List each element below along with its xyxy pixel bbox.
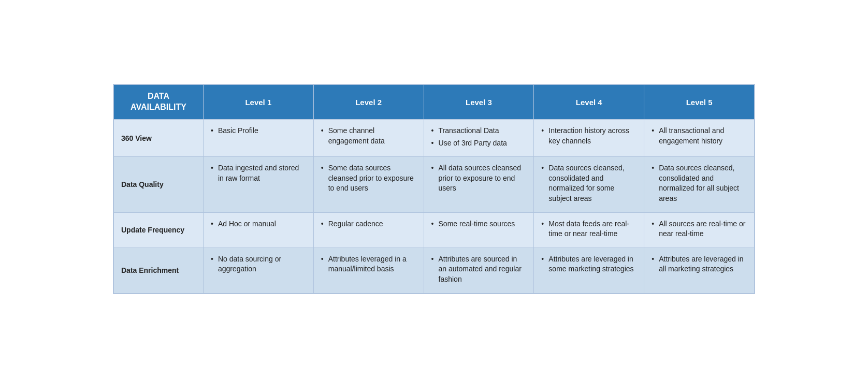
data-cell: All data sources cleansed prior to expos… bbox=[424, 157, 534, 212]
header-col-level4: Level 4 bbox=[534, 85, 644, 120]
data-cell: Data ingested and stored in raw format bbox=[203, 157, 313, 212]
category-cell: Data Quality bbox=[114, 157, 204, 212]
list-item: Some channel engagement data bbox=[321, 126, 416, 146]
list-item: Some data sources cleansed prior to expo… bbox=[321, 163, 416, 194]
header-row: DATAAVAILABILITY Level 1 Level 2 Level 3… bbox=[114, 85, 755, 120]
table-row: Data EnrichmentNo data sourcing or aggre… bbox=[114, 248, 755, 293]
data-cell: No data sourcing or aggregation bbox=[203, 248, 313, 293]
data-cell: Attributes are leveraged in some marketi… bbox=[534, 248, 644, 293]
header-col-level3: Level 3 bbox=[424, 85, 534, 120]
list-item: Transactional Data bbox=[431, 126, 527, 136]
data-cell: Some channel engagement data bbox=[313, 120, 424, 157]
data-cell: Interaction history across key channels bbox=[534, 120, 644, 157]
cell-list: All sources are real-time or near real-t… bbox=[652, 219, 747, 239]
cell-list: Most data feeds are real-time or near re… bbox=[541, 219, 636, 239]
cell-list: Attributes are leveraged in all marketin… bbox=[652, 254, 747, 274]
data-cell: Transactional DataUse of 3rd Party data bbox=[424, 120, 534, 157]
cell-list: Attributes leveraged in a manual/limited… bbox=[321, 254, 416, 274]
list-item: Attributes are leveraged in all marketin… bbox=[652, 254, 747, 274]
cell-list: Attributes are sourced in an automated a… bbox=[431, 254, 527, 285]
header-col-level5: Level 5 bbox=[644, 85, 755, 120]
data-cell: Attributes are leveraged in all marketin… bbox=[644, 248, 755, 293]
header-col-level1: Level 1 bbox=[203, 85, 313, 120]
list-item: Attributes are sourced in an automated a… bbox=[431, 254, 527, 285]
cell-list: No data sourcing or aggregation bbox=[211, 254, 306, 274]
list-item: Data sources cleansed, consolidated and … bbox=[541, 163, 636, 203]
cell-list: Data sources cleansed, consolidated and … bbox=[541, 163, 636, 203]
cell-list: Some channel engagement data bbox=[321, 126, 416, 146]
table-body: 360 ViewBasic ProfileSome channel engage… bbox=[114, 120, 755, 294]
category-cell: Data Enrichment bbox=[114, 248, 204, 293]
data-cell: Some data sources cleansed prior to expo… bbox=[313, 157, 424, 212]
cell-list: Some real-time sources bbox=[431, 219, 527, 229]
list-item: Basic Profile bbox=[211, 126, 306, 136]
table-row: Update FrequencyAd Hoc or manualRegular … bbox=[114, 212, 755, 248]
table-row: Data QualityData ingested and stored in … bbox=[114, 157, 755, 212]
data-cell: Attributes leveraged in a manual/limited… bbox=[313, 248, 424, 293]
data-cell: Attributes are sourced in an automated a… bbox=[424, 248, 534, 293]
header-col-category: DATAAVAILABILITY bbox=[114, 85, 204, 120]
cell-list: Data sources cleansed, consolidated and … bbox=[652, 163, 747, 203]
list-item: Data sources cleansed, consolidated and … bbox=[652, 163, 747, 203]
list-item: No data sourcing or aggregation bbox=[211, 254, 306, 274]
list-item: Data ingested and stored in raw format bbox=[211, 163, 306, 183]
header-col-level2: Level 2 bbox=[313, 85, 424, 120]
cell-list: Some data sources cleansed prior to expo… bbox=[321, 163, 416, 194]
cell-list: Transactional DataUse of 3rd Party data bbox=[431, 126, 527, 148]
list-item: Ad Hoc or manual bbox=[211, 219, 306, 229]
data-availability-table: DATAAVAILABILITY Level 1 Level 2 Level 3… bbox=[113, 84, 755, 293]
data-cell: All sources are real-time or near real-t… bbox=[644, 212, 755, 248]
cell-list: All transactional and engagement history bbox=[652, 126, 747, 146]
list-item: Attributes leveraged in a manual/limited… bbox=[321, 254, 416, 274]
list-item: All data sources cleansed prior to expos… bbox=[431, 163, 527, 194]
table-row: 360 ViewBasic ProfileSome channel engage… bbox=[114, 120, 755, 157]
cell-list: Basic Profile bbox=[211, 126, 306, 136]
cell-list: Ad Hoc or manual bbox=[211, 219, 306, 229]
cell-list: Data ingested and stored in raw format bbox=[211, 163, 306, 183]
cell-list: Interaction history across key channels bbox=[541, 126, 636, 146]
list-item: Interaction history across key channels bbox=[541, 126, 636, 146]
list-item: Some real-time sources bbox=[431, 219, 527, 229]
data-cell: Data sources cleansed, consolidated and … bbox=[534, 157, 644, 212]
category-cell: 360 View bbox=[114, 120, 204, 157]
data-cell: All transactional and engagement history bbox=[644, 120, 755, 157]
data-cell: Data sources cleansed, consolidated and … bbox=[644, 157, 755, 212]
data-cell: Ad Hoc or manual bbox=[203, 212, 313, 248]
list-item: Use of 3rd Party data bbox=[431, 138, 527, 149]
data-cell: Some real-time sources bbox=[424, 212, 534, 248]
list-item: All transactional and engagement history bbox=[652, 126, 747, 146]
list-item: Attributes are leveraged in some marketi… bbox=[541, 254, 636, 274]
cell-list: Attributes are leveraged in some marketi… bbox=[541, 254, 636, 274]
data-cell: Regular cadence bbox=[313, 212, 424, 248]
data-cell: Most data feeds are real-time or near re… bbox=[534, 212, 644, 248]
cell-list: Regular cadence bbox=[321, 219, 416, 229]
main-table-wrapper: DATAAVAILABILITY Level 1 Level 2 Level 3… bbox=[113, 84, 755, 294]
data-cell: Basic Profile bbox=[203, 120, 313, 157]
list-item: All sources are real-time or near real-t… bbox=[652, 219, 747, 239]
list-item: Regular cadence bbox=[321, 219, 416, 229]
category-cell: Update Frequency bbox=[114, 212, 204, 248]
list-item: Most data feeds are real-time or near re… bbox=[541, 219, 636, 239]
cell-list: All data sources cleansed prior to expos… bbox=[431, 163, 527, 194]
